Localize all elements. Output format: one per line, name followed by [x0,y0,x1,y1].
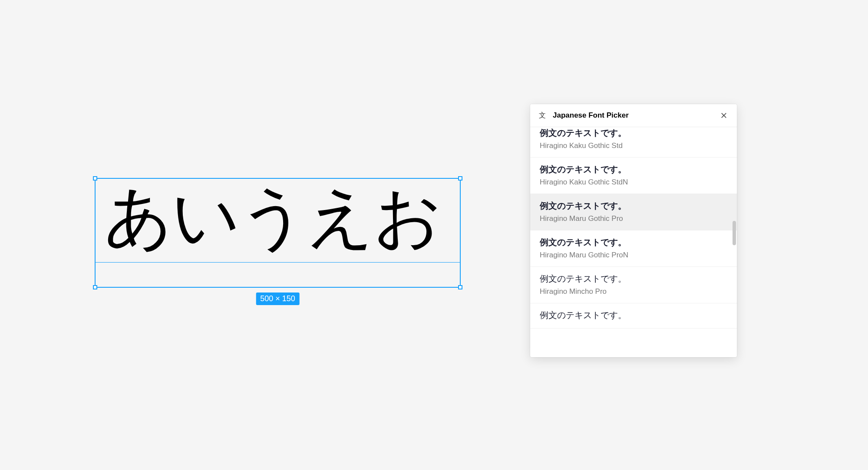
selection-frame[interactable]: あいうえお [95,178,461,288]
panel-title: Japanese Font Picker [553,111,713,120]
resize-handle-bottom-right[interactable] [458,285,462,289]
text-baseline-guide [96,262,460,263]
font-name-label: Hiragino Mincho Pro [540,287,727,296]
font-item[interactable]: 例文のテキストです。 Hiragino Maru Gothic ProN [530,230,737,267]
font-sample-text: 例文のテキストです。 [540,127,727,139]
font-sample-text: 例文のテキストです。 [540,200,727,212]
font-name-label: Hiragino Maru Gothic Pro [540,214,727,223]
font-sample-text: 例文のテキストです。 [540,273,727,285]
font-name-label: Hiragino Kaku Gothic Std [540,141,727,150]
resize-handle-top-right[interactable] [458,176,462,181]
font-sample-text: 例文のテキストです。 [540,237,727,248]
canvas-selection[interactable]: あいうえお 500 × 150 [95,178,461,288]
font-picker-panel: 文 Japanese Font Picker 例文のテキストです。 Hiragi… [530,104,737,357]
panel-header: 文 Japanese Font Picker [530,104,737,127]
canvas-text-content[interactable]: あいうえお [104,183,441,250]
font-item[interactable]: 例文のテキストです。 Hiragino Kaku Gothic Std [530,127,737,158]
selection-size-badge: 500 × 150 [256,293,300,305]
scrollbar-thumb[interactable] [733,221,736,245]
font-name-label: Hiragino Maru Gothic ProN [540,251,727,260]
font-name-label: Hiragino Kaku Gothic StdN [540,178,727,187]
resize-handle-bottom-left[interactable] [93,285,97,289]
font-item[interactable]: 例文のテキストです。 Hiragino Mincho Pro [530,267,737,303]
font-list-inner: 例文のテキストです。 Hiragino Kaku Gothic Std 例文のテ… [530,127,737,329]
close-icon [720,112,728,119]
font-item[interactable]: 例文のテキストです。 Hiragino Kaku Gothic StdN [530,158,737,194]
language-icon: 文 [538,111,547,120]
font-sample-text: 例文のテキストです。 [540,164,727,175]
font-item[interactable]: 例文のテキストです。 [530,303,737,329]
resize-handle-top-left[interactable] [93,176,97,181]
font-list[interactable]: 例文のテキストです。 Hiragino Kaku Gothic Std 例文のテ… [530,127,737,357]
font-item-selected[interactable]: 例文のテキストです。 Hiragino Maru Gothic Pro [530,194,737,230]
close-button[interactable] [719,110,729,121]
font-sample-text: 例文のテキストです。 [540,309,727,321]
